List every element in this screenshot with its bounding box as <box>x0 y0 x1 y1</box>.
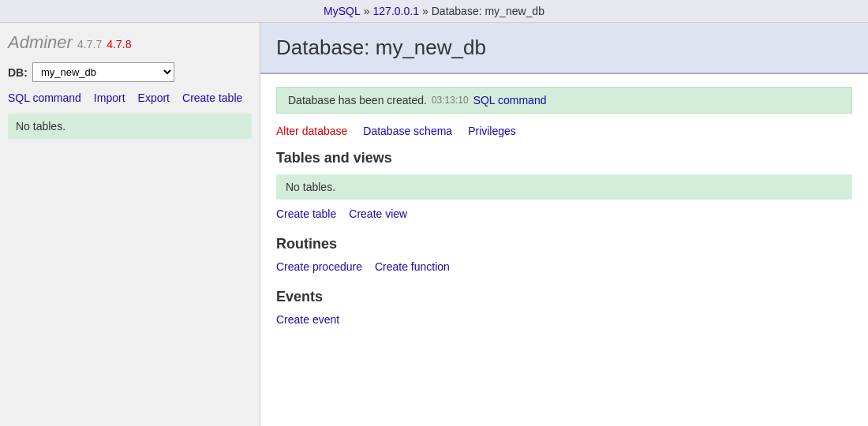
breadcrumb-db: Database: my_new_db <box>432 5 544 17</box>
page-title: Database: my_new_db <box>276 36 852 60</box>
create-view-link[interactable]: Create view <box>349 207 407 220</box>
sidebar-create-table[interactable]: Create table <box>182 92 242 104</box>
action-links: Alter database Database schema Privilege… <box>276 125 852 137</box>
privileges-link[interactable]: Privileges <box>468 125 516 137</box>
main-content: Database: my_new_db Database has been cr… <box>260 23 868 426</box>
no-tables-main: No tables. <box>276 174 852 200</box>
database-schema-link[interactable]: Database schema <box>363 125 452 137</box>
breadcrumb-sep2: » <box>422 5 428 17</box>
events-links: Create event <box>276 313 852 326</box>
version-new: 4.7.8 <box>107 38 131 50</box>
breadcrumb-bar: MySQL » 127.0.0.1 » Database: my_new_db <box>0 0 868 23</box>
breadcrumb-sep1: » <box>364 5 370 17</box>
tables-heading: Tables and views <box>276 150 852 166</box>
no-tables-sidebar: No tables. <box>8 114 252 139</box>
success-timestamp: 03:13:10 <box>432 95 469 106</box>
sidebar-title: Adminer 4.7.7 4.7.8 <box>8 32 252 53</box>
create-event-link[interactable]: Create event <box>276 313 339 326</box>
routines-links: Create procedure Create function <box>276 260 852 273</box>
sidebar-export[interactable]: Export <box>138 92 170 104</box>
routines-heading: Routines <box>276 236 852 252</box>
events-section: Events Create event <box>276 289 852 326</box>
alter-database-link[interactable]: Alter database <box>276 125 347 137</box>
tables-section: Tables and views No tables. Create table… <box>276 150 852 220</box>
routines-section: Routines Create procedure Create functio… <box>276 236 852 273</box>
breadcrumb-ip[interactable]: 127.0.0.1 <box>373 5 419 17</box>
main-layout: Adminer 4.7.7 4.7.8 DB: my_new_db SQL co… <box>0 23 868 426</box>
table-action-links: Create table Create view <box>276 207 852 220</box>
breadcrumb-mysql[interactable]: MySQL <box>324 5 361 17</box>
db-label: DB: <box>8 66 28 79</box>
db-select[interactable]: my_new_db <box>32 62 174 82</box>
sidebar-import[interactable]: Import <box>94 92 125 104</box>
success-text: Database has been created. <box>288 94 427 106</box>
sidebar: Adminer 4.7.7 4.7.8 DB: my_new_db SQL co… <box>0 23 260 426</box>
create-function-link[interactable]: Create function <box>375 260 450 273</box>
page-heading: Database: my_new_db <box>260 23 868 74</box>
sidebar-sql-command[interactable]: SQL command <box>8 92 81 104</box>
sql-command-link[interactable]: SQL command <box>473 94 547 106</box>
create-procedure-link[interactable]: Create procedure <box>276 260 362 273</box>
db-row: DB: my_new_db <box>8 62 252 82</box>
sidebar-links: SQL command Import Export Create table <box>8 92 252 104</box>
create-table-link[interactable]: Create table <box>276 207 336 220</box>
version-old: 4.7.7 <box>77 38 102 50</box>
success-message: Database has been created. 03:13:10 SQL … <box>276 87 852 114</box>
events-heading: Events <box>276 289 852 305</box>
adminer-brand: Adminer <box>8 32 73 52</box>
